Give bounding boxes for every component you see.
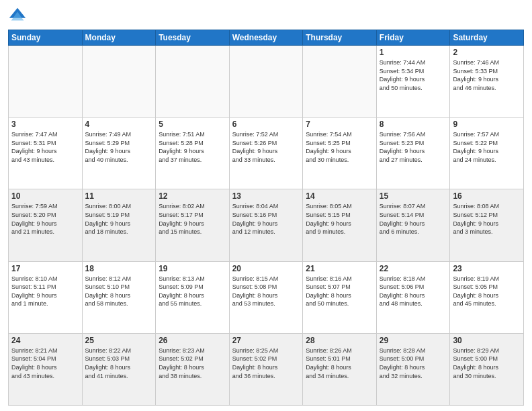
day-cell: 7Sunrise: 7:54 AM Sunset: 5:25 PM Daylig… [303,118,377,189]
day-info: Sunrise: 7:54 AM Sunset: 5:25 PM Dayligh… [306,130,373,164]
day-cell: 29Sunrise: 8:28 AM Sunset: 5:00 PM Dayli… [376,333,450,405]
day-cell: 21Sunrise: 8:16 AM Sunset: 5:07 PM Dayli… [303,261,377,333]
day-info: Sunrise: 8:16 AM Sunset: 5:07 PM Dayligh… [306,275,373,308]
day-cell: 5Sunrise: 7:51 AM Sunset: 5:28 PM Daylig… [156,118,230,189]
day-cell: 22Sunrise: 8:18 AM Sunset: 5:06 PM Dayli… [376,261,450,333]
day-cell [303,46,377,118]
logo-icon [8,7,27,26]
day-cell: 2Sunrise: 7:46 AM Sunset: 5:33 PM Daylig… [450,46,524,118]
day-cell: 1Sunrise: 7:44 AM Sunset: 5:34 PM Daylig… [376,46,450,118]
day-info: Sunrise: 8:04 AM Sunset: 5:16 PM Dayligh… [232,202,300,236]
day-number: 4 [85,120,153,129]
day-info: Sunrise: 8:18 AM Sunset: 5:06 PM Dayligh… [380,275,447,308]
day-info: Sunrise: 8:26 AM Sunset: 5:01 PM Dayligh… [306,347,373,380]
day-info: Sunrise: 8:02 AM Sunset: 5:17 PM Dayligh… [159,202,226,236]
day-info: Sunrise: 7:52 AM Sunset: 5:26 PM Dayligh… [232,130,300,164]
day-number: 20 [232,264,300,273]
day-info: Sunrise: 8:08 AM Sunset: 5:12 PM Dayligh… [453,202,521,236]
day-info: Sunrise: 8:07 AM Sunset: 5:14 PM Dayligh… [380,202,447,236]
day-number: 14 [306,191,373,201]
day-number: 18 [85,264,153,273]
day-number: 16 [453,191,521,201]
day-cell [9,46,83,118]
day-cell: 27Sunrise: 8:25 AM Sunset: 5:02 PM Dayli… [229,333,303,405]
day-info: Sunrise: 7:44 AM Sunset: 5:34 PM Dayligh… [380,58,447,92]
calendar: SundayMondayTuesdayWednesdayThursdayFrid… [8,30,524,406]
day-info: Sunrise: 8:22 AM Sunset: 5:03 PM Dayligh… [85,347,153,380]
col-header-saturday: Saturday [450,30,524,46]
day-cell: 14Sunrise: 8:05 AM Sunset: 5:15 PM Dayli… [303,189,377,261]
day-cell: 6Sunrise: 7:52 AM Sunset: 5:26 PM Daylig… [229,118,303,189]
day-cell: 10Sunrise: 7:59 AM Sunset: 5:20 PM Dayli… [9,189,83,261]
day-cell: 8Sunrise: 7:56 AM Sunset: 5:23 PM Daylig… [376,118,450,189]
day-info: Sunrise: 7:49 AM Sunset: 5:29 PM Dayligh… [85,130,153,164]
day-info: Sunrise: 8:29 AM Sunset: 5:00 PM Dayligh… [453,347,521,380]
day-number: 8 [380,120,447,129]
day-info: Sunrise: 7:51 AM Sunset: 5:28 PM Dayligh… [159,130,226,164]
day-number: 10 [11,191,79,201]
day-number: 6 [232,120,300,129]
col-header-tuesday: Tuesday [156,30,230,46]
col-header-monday: Monday [82,30,156,46]
day-number: 19 [159,264,226,273]
day-info: Sunrise: 8:28 AM Sunset: 5:00 PM Dayligh… [380,347,447,380]
week-row-0: 1Sunrise: 7:44 AM Sunset: 5:34 PM Daylig… [9,46,524,118]
day-cell [156,46,230,118]
day-cell [82,46,156,118]
day-info: Sunrise: 8:19 AM Sunset: 5:05 PM Dayligh… [453,275,521,308]
day-info: Sunrise: 8:12 AM Sunset: 5:10 PM Dayligh… [85,275,153,308]
day-number: 9 [453,120,521,129]
logo [8,7,30,26]
day-cell: 17Sunrise: 8:10 AM Sunset: 5:11 PM Dayli… [9,261,83,333]
day-number: 1 [380,48,447,57]
day-cell: 28Sunrise: 8:26 AM Sunset: 5:01 PM Dayli… [303,333,377,405]
header [8,7,524,26]
day-cell: 3Sunrise: 7:47 AM Sunset: 5:31 PM Daylig… [9,118,83,189]
week-row-1: 3Sunrise: 7:47 AM Sunset: 5:31 PM Daylig… [9,118,524,189]
day-cell: 16Sunrise: 8:08 AM Sunset: 5:12 PM Dayli… [450,189,524,261]
day-number: 13 [232,191,300,201]
day-number: 5 [159,120,226,129]
day-info: Sunrise: 7:56 AM Sunset: 5:23 PM Dayligh… [380,130,447,164]
day-info: Sunrise: 7:47 AM Sunset: 5:31 PM Dayligh… [11,130,79,164]
day-info: Sunrise: 8:10 AM Sunset: 5:11 PM Dayligh… [11,275,79,308]
day-cell: 15Sunrise: 8:07 AM Sunset: 5:14 PM Dayli… [376,189,450,261]
day-number: 2 [453,48,521,57]
day-number: 17 [11,264,79,273]
day-cell: 26Sunrise: 8:23 AM Sunset: 5:02 PM Dayli… [156,333,230,405]
day-number: 29 [380,336,447,345]
day-info: Sunrise: 8:15 AM Sunset: 5:08 PM Dayligh… [232,275,300,308]
day-info: Sunrise: 8:05 AM Sunset: 5:15 PM Dayligh… [306,202,373,236]
day-number: 21 [306,264,373,273]
col-header-friday: Friday [376,30,450,46]
day-cell [229,46,303,118]
day-cell: 4Sunrise: 7:49 AM Sunset: 5:29 PM Daylig… [82,118,156,189]
day-number: 25 [85,336,153,345]
day-cell: 11Sunrise: 8:00 AM Sunset: 5:19 PM Dayli… [82,189,156,261]
day-cell: 12Sunrise: 8:02 AM Sunset: 5:17 PM Dayli… [156,189,230,261]
day-number: 3 [11,120,79,129]
week-row-3: 17Sunrise: 8:10 AM Sunset: 5:11 PM Dayli… [9,261,524,333]
day-info: Sunrise: 8:23 AM Sunset: 5:02 PM Dayligh… [159,347,226,380]
col-header-sunday: Sunday [9,30,83,46]
day-info: Sunrise: 8:00 AM Sunset: 5:19 PM Dayligh… [85,202,153,236]
day-cell: 9Sunrise: 7:57 AM Sunset: 5:22 PM Daylig… [450,118,524,189]
day-cell: 25Sunrise: 8:22 AM Sunset: 5:03 PM Dayli… [82,333,156,405]
page: SundayMondayTuesdayWednesdayThursdayFrid… [0,0,532,411]
day-cell: 13Sunrise: 8:04 AM Sunset: 5:16 PM Dayli… [229,189,303,261]
col-header-thursday: Thursday [303,30,377,46]
day-cell: 20Sunrise: 8:15 AM Sunset: 5:08 PM Dayli… [229,261,303,333]
day-number: 23 [453,264,521,273]
day-cell: 23Sunrise: 8:19 AM Sunset: 5:05 PM Dayli… [450,261,524,333]
day-number: 26 [159,336,226,345]
day-cell: 24Sunrise: 8:21 AM Sunset: 5:04 PM Dayli… [9,333,83,405]
week-row-4: 24Sunrise: 8:21 AM Sunset: 5:04 PM Dayli… [9,333,524,405]
week-row-2: 10Sunrise: 7:59 AM Sunset: 5:20 PM Dayli… [9,189,524,261]
day-number: 22 [380,264,447,273]
day-cell: 18Sunrise: 8:12 AM Sunset: 5:10 PM Dayli… [82,261,156,333]
day-number: 28 [306,336,373,345]
day-number: 7 [306,120,373,129]
day-info: Sunrise: 8:13 AM Sunset: 5:09 PM Dayligh… [159,275,226,308]
day-cell: 19Sunrise: 8:13 AM Sunset: 5:09 PM Dayli… [156,261,230,333]
day-info: Sunrise: 7:57 AM Sunset: 5:22 PM Dayligh… [453,130,521,164]
